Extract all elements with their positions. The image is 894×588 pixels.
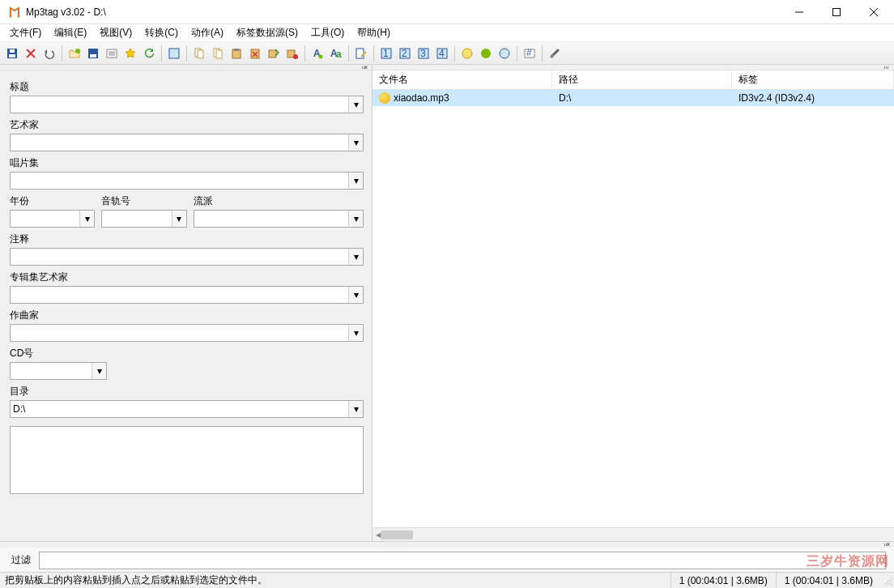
track-input[interactable]: ▾ xyxy=(101,210,186,228)
artist-label: 艺术家 xyxy=(10,118,364,132)
web3-icon[interactable] xyxy=(496,45,513,62)
dir-value: D:\ xyxy=(13,403,25,415)
web2-icon[interactable] xyxy=(477,45,495,62)
tag-copyto-icon[interactable] xyxy=(265,45,283,62)
menu-view[interactable]: 视图(V) xyxy=(93,24,138,41)
tag-remove-icon[interactable] xyxy=(246,45,264,62)
panel-grip[interactable]: × xyxy=(0,65,372,70)
list-row[interactable]: xiaodao.mp3 D:\ ID3v2.4 (ID3v2.4) xyxy=(372,90,894,106)
dropdown-icon[interactable]: ▾ xyxy=(92,363,106,379)
cover-box[interactable] xyxy=(10,426,364,494)
ttf4-icon[interactable]: 4 xyxy=(433,45,451,62)
artist-input[interactable]: ▾ xyxy=(10,134,364,151)
list-header: 文件名 路径 标签 xyxy=(372,70,894,90)
status-total: 1 (00:04:01 | 3.6MB) xyxy=(776,573,881,588)
resize-grip-icon[interactable] xyxy=(881,574,894,587)
maximize-button[interactable] xyxy=(818,0,855,24)
action-a-icon[interactable]: A xyxy=(309,45,326,62)
filter-grip[interactable] xyxy=(0,542,894,548)
list-grip[interactable] xyxy=(372,65,894,70)
cut-icon[interactable] xyxy=(190,45,208,62)
h-scrollbar[interactable]: ◂ xyxy=(372,527,894,541)
composer-input[interactable]: ▾ xyxy=(10,324,364,342)
ttf1-icon[interactable]: 1 xyxy=(377,45,395,62)
albumartist-label: 专辑集艺术家 xyxy=(10,271,364,284)
panel-close-icon[interactable]: × xyxy=(360,65,372,70)
col-path[interactable]: 路径 xyxy=(552,70,732,89)
composer-label: 作曲家 xyxy=(10,309,364,322)
dropdown-icon[interactable]: ▾ xyxy=(348,173,363,189)
menu-edit[interactable]: 编辑(E) xyxy=(48,24,93,41)
dropdown-icon[interactable]: ▾ xyxy=(172,211,186,227)
ttf2-icon[interactable]: 2 xyxy=(396,45,414,62)
dropdown-icon[interactable]: ▾ xyxy=(348,325,363,341)
scroll-thumb[interactable] xyxy=(381,530,413,539)
favorite-icon[interactable] xyxy=(121,45,139,62)
genre-input[interactable]: ▾ xyxy=(194,210,364,228)
svg-point-45 xyxy=(481,49,491,58)
playlist-icon[interactable] xyxy=(103,45,121,62)
svg-point-46 xyxy=(500,49,509,58)
svg-point-30 xyxy=(293,54,298,59)
year-input[interactable]: ▾ xyxy=(10,210,95,228)
dropdown-icon[interactable]: ▾ xyxy=(79,211,94,227)
svg-rect-20 xyxy=(198,50,203,58)
comment-input[interactable]: ▾ xyxy=(10,248,364,266)
title-input[interactable]: ▾ xyxy=(10,96,364,113)
save-tag-icon[interactable] xyxy=(84,45,102,62)
svg-rect-28 xyxy=(269,50,276,58)
menu-sources[interactable]: 标签数据源(S) xyxy=(230,24,304,41)
dir-input[interactable]: D:\▾ xyxy=(10,400,364,418)
autonum-icon[interactable]: # xyxy=(521,45,539,62)
dropdown-icon[interactable]: ▾ xyxy=(348,211,363,227)
refresh-icon[interactable] xyxy=(140,45,158,62)
titlebar: Mp3tag v3.02 - D:\ xyxy=(0,0,894,24)
filter-label: 过滤 xyxy=(11,553,31,567)
tag-edit1-icon[interactable] xyxy=(352,45,370,62)
col-filename[interactable]: 文件名 xyxy=(372,70,552,89)
cell-filename: xiaodao.mp3 xyxy=(394,92,449,104)
web1-icon[interactable] xyxy=(458,45,476,62)
svg-text:#: # xyxy=(526,47,532,58)
minimize-button[interactable] xyxy=(781,0,818,24)
copy-icon[interactable] xyxy=(209,45,227,62)
filter-input[interactable] xyxy=(39,552,886,569)
menu-help[interactable]: 帮助(H) xyxy=(351,24,397,41)
menu-actions[interactable]: 动作(A) xyxy=(185,24,230,41)
filter-close-icon[interactable]: × xyxy=(883,542,894,548)
delete-icon[interactable] xyxy=(22,45,40,62)
options-icon[interactable] xyxy=(546,45,564,62)
dropdown-icon[interactable]: ▾ xyxy=(348,96,363,113)
dropdown-icon[interactable]: ▾ xyxy=(348,249,363,265)
selectall-icon[interactable] xyxy=(165,45,183,62)
dropdown-icon[interactable]: ▾ xyxy=(348,401,363,417)
svg-point-1 xyxy=(18,15,20,17)
file-list: 文件名 路径 标签 xiaodao.mp3 D:\ ID3v2.4 (ID3v2… xyxy=(372,65,894,541)
dropdown-icon[interactable]: ▾ xyxy=(348,287,363,303)
ttf3-icon[interactable]: 3 xyxy=(415,45,432,62)
menu-tools[interactable]: 工具(O) xyxy=(304,24,351,41)
cell-path: D:\ xyxy=(559,92,571,104)
svg-rect-13 xyxy=(90,54,96,58)
album-input[interactable]: ▾ xyxy=(10,172,364,190)
col-tag[interactable]: 标签 xyxy=(732,70,894,89)
tag-moveto-icon[interactable] xyxy=(283,45,301,62)
albumartist-input[interactable]: ▾ xyxy=(10,286,364,304)
menu-file[interactable]: 文件(F) xyxy=(3,24,48,41)
paste-icon[interactable] xyxy=(228,45,245,62)
undo-icon[interactable] xyxy=(40,45,58,62)
comment-label: 注释 xyxy=(10,232,364,246)
toolbar: A Aa 1 2 3 4 # xyxy=(0,42,894,65)
save-icon[interactable] xyxy=(3,45,21,62)
discnum-input[interactable]: ▾ xyxy=(10,362,107,380)
window-title: Mp3tag v3.02 - D:\ xyxy=(26,6,106,18)
svg-rect-7 xyxy=(9,54,15,58)
dir-label: 目录 xyxy=(10,385,364,398)
action-aa-icon[interactable]: Aa xyxy=(327,45,345,62)
menu-convert[interactable]: 转换(C) xyxy=(138,24,185,41)
app-icon xyxy=(8,6,21,19)
cell-tag: ID3v2.4 (ID3v2.4) xyxy=(739,92,815,104)
open-folder-icon[interactable] xyxy=(66,45,83,62)
close-button[interactable] xyxy=(855,0,892,24)
dropdown-icon[interactable]: ▾ xyxy=(348,134,363,151)
